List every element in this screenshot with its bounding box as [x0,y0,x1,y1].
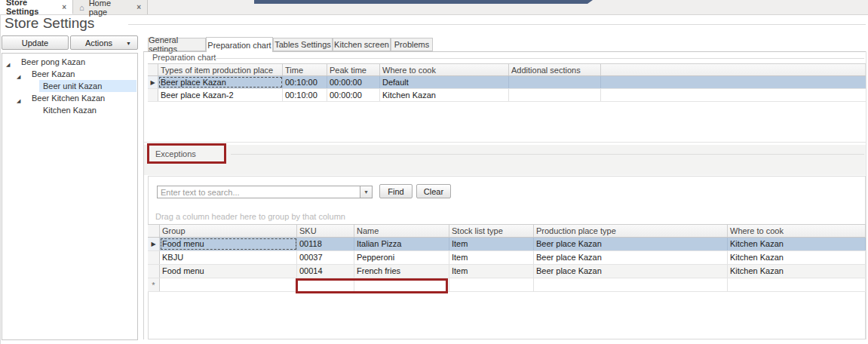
grid-header-row: Types of item production placeTimePeak t… [148,63,866,76]
column-header-peak-time[interactable]: Peak time [327,64,380,75]
find-button[interactable]: Find [379,184,413,198]
table-cell[interactable]: 00014 [297,265,354,278]
doc-tab-label: Home page [89,0,128,17]
table-cell[interactable]: 00:10:00 [283,76,327,88]
table-cell[interactable]: 00037 [297,251,354,264]
new-row[interactable]: * [148,278,866,292]
new-row-indicator: * [148,278,160,291]
doc-tab-home-page[interactable]: ⌂Home page× [73,0,148,14]
table-cell[interactable]: Food menu [160,265,297,278]
doc-tab-label: Store Settings [6,0,53,16]
table-cell[interactable] [728,278,866,291]
table-cell[interactable]: Kitchen Kazan [728,265,866,278]
table-cell[interactable]: 00:10:00 [283,89,327,101]
column-header-where-to-cook[interactable]: Where to cook [380,64,509,75]
prep-group-label: Preparation chart [151,53,217,62]
tree-item-beer-pong-kazan[interactable]: ◢Beer pong Kazan [2,56,137,68]
table-cell[interactable]: 00:00:00 [327,89,380,101]
row-indicator [148,89,158,101]
tab-page-right-border [866,51,866,339]
title-underline [128,24,866,25]
chevron-down-icon: ▼ [126,41,131,46]
tree-item-label: Beer Kitchen Kazan [32,94,105,103]
tree-item-beer-unit-kazan[interactable]: Beer unit Kazan [2,80,137,92]
chevron-down-icon: ▾ [364,189,367,195]
window-left-border [0,14,1,344]
table-cell[interactable]: Beer place Kazan [534,251,728,264]
table-row[interactable]: KBJU00037PepperoniItemBeer place KazanKi… [148,251,866,265]
exceptions-grid: GroupSKUNameStock list typeProduction pl… [148,224,866,292]
table-cell[interactable]: Kitchen Kazan [728,251,866,264]
tree-item-kitchen-kazan[interactable]: Kitchen Kazan [2,104,137,116]
app-window: Store Settings×⌂Home page× Store Setting… [0,0,868,344]
table-cell[interactable]: Beer place Kazan [158,76,283,88]
doc-tab-store-settings[interactable]: Store Settings× [0,0,73,14]
search-input[interactable] [157,186,360,198]
column-header-additional-sections[interactable]: Additional sections [509,64,601,75]
table-cell[interactable]: 00118 [297,238,354,250]
column-header-name[interactable]: Name [354,225,449,237]
table-cell[interactable] [160,278,297,291]
tab-preparation-chart[interactable]: Preparation chart [206,37,273,52]
tab-general-settings[interactable]: General settings [148,38,206,51]
table-row[interactable]: Food menu00014French friesItemBeer place… [148,265,866,278]
table-cell[interactable]: Beer place Kazan-2 [158,89,283,101]
annotation-exceptions-label [147,143,226,164]
table-cell[interactable]: Default [380,76,509,88]
table-cell[interactable] [449,278,534,291]
table-row[interactable]: Beer place Kazan-200:10:0000:00:00Kitche… [148,89,866,102]
table-cell[interactable]: Beer place Kazan [534,238,728,250]
table-cell[interactable]: Item [449,265,534,278]
column-header-stock-list-type[interactable]: Stock list type [449,225,534,237]
column-header-where-to-cook[interactable]: Where to cook [728,225,866,237]
table-cell[interactable]: Kitchen Kazan [728,238,866,250]
group-separator [144,142,866,143]
grid-body: ▶Food menu00118Italian PizzaItemBeer pla… [148,238,866,292]
table-cell[interactable] [509,76,601,88]
table-cell[interactable]: Italian Pizza [354,238,449,250]
tab-tables-settings[interactable]: Tables Settings [273,38,333,51]
table-row[interactable]: ▶Food menu00118Italian PizzaItemBeer pla… [148,238,866,251]
table-cell[interactable]: 00:00:00 [327,76,380,88]
table-cell[interactable]: Kitchen Kazan [380,89,509,101]
prep-group-line [213,58,864,59]
column-header-group[interactable]: Group [160,225,297,237]
table-cell[interactable]: KBJU [160,251,297,264]
page-title: Store Settings [5,15,94,32]
clear-button[interactable]: Clear [416,184,451,198]
update-button[interactable]: Update [2,35,69,50]
exceptions-header-strip [144,145,866,175]
tree-item-beer-kazan[interactable]: ◢Beer Kazan [2,68,137,80]
annotation-new-row-cells [296,278,448,293]
group-by-hint: Drag a column header here to group by th… [155,212,345,221]
tab-page-left-border [143,51,144,339]
header-filler [601,64,866,75]
search-dropdown-button[interactable]: ▾ [360,186,373,198]
column-header-types-of-item-production-place[interactable]: Types of item production place [158,64,283,75]
row-indicator-header [148,64,158,75]
tree-item-label: Beer unit Kazan [43,81,102,91]
tree-item-label: Beer pong Kazan [21,57,85,66]
table-cell[interactable] [509,89,601,101]
table-cell[interactable]: Pepperoni [354,251,449,264]
actions-button[interactable]: Actions ▼ [70,35,138,50]
tab-problems[interactable]: Problems [391,38,433,51]
column-header-production-place-type[interactable]: Production place type [534,225,728,237]
table-cell[interactable]: Item [449,251,534,264]
table-cell[interactable]: Item [449,238,534,250]
table-row[interactable]: ▶Beer place Kazan00:10:0000:00:00Default [148,76,866,89]
tab-kitchen-screen[interactable]: Kitchen screen [333,38,391,51]
topbar-accent-strip [254,0,593,4]
close-icon[interactable]: × [62,3,66,11]
table-cell[interactable] [534,278,728,291]
row-indicator [148,251,160,264]
column-header-sku[interactable]: SKU [297,225,354,237]
column-header-time[interactable]: Time [283,64,327,75]
close-icon[interactable]: × [136,3,141,11]
grid-header-row: GroupSKUNameStock list typeProduction pl… [148,224,866,238]
table-cell[interactable]: French fries [354,265,449,278]
table-cell[interactable]: Beer place Kazan [534,265,728,278]
tree-item-beer-kitchen-kazan[interactable]: ◢Beer Kitchen Kazan [2,92,137,104]
find-button-label: Find [388,187,403,196]
table-cell[interactable]: Food menu [160,238,297,250]
